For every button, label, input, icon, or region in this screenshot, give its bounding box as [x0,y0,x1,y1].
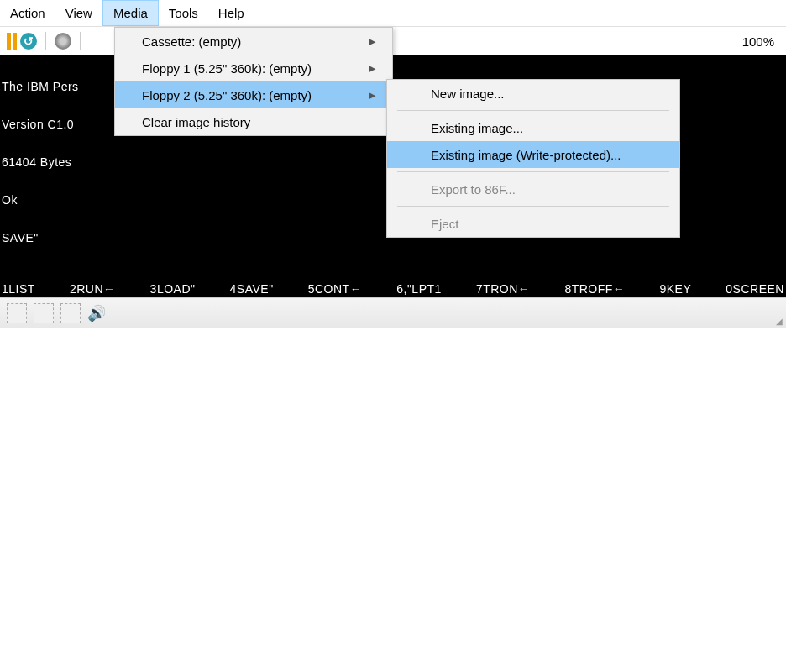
submenu-arrow-icon: ▶ [369,36,375,47]
media-clear-history[interactable]: Clear image history [115,108,392,135]
fnkey: 6,"LPT1 [396,282,442,296]
menu-label: Floppy 1 (5.25" 360k): (empty) [142,61,312,76]
emu-line: Version C1.0 [2,118,79,131]
status-slot-icon[interactable] [7,303,27,323]
menu-media[interactable]: Media [102,0,159,26]
menubar: Action View Media Tools Help [0,0,786,27]
submenu-eject[interactable]: Eject [387,210,679,237]
menu-label: Floppy 2 (5.25" 360k): (empty) [142,88,312,102]
submenu-existing-image[interactable]: Existing image... [387,114,679,141]
fnkey: 1LIST [2,282,35,296]
resize-grip-icon: ◢ [776,317,783,326]
zoom-label: 100% [742,34,774,49]
menu-help[interactable]: Help [208,0,254,26]
status-slot-icon[interactable] [60,303,81,323]
media-floppy1[interactable]: Floppy 1 (5.25" 360k): (empty) ▶ [115,55,392,81]
media-dropdown: Cassette: (empty) ▶ Floppy 1 (5.25" 360k… [114,27,393,136]
media-cassette[interactable]: Cassette: (empty) ▶ [115,28,392,55]
emulator-function-keys: 1LIST 2RUN← 3LOAD" 4SAVE" 5CONT← 6,"LPT1… [2,282,784,296]
fnkey: 7TRON← [476,282,530,296]
menu-label: Export to 86F... [431,182,516,197]
menu-label: New image... [431,87,505,101]
fnkey: 8TROFF← [564,282,625,296]
menu-separator [397,206,669,207]
menu-action[interactable]: Action [0,0,55,26]
submenu-arrow-icon: ▶ [369,63,375,74]
submenu-arrow-icon: ▶ [369,90,375,101]
fnkey: 3LOAD" [150,282,196,296]
fnkey: 5CONT← [308,282,362,296]
reset-icon[interactable]: ↺ [20,33,37,50]
menu-tools[interactable]: Tools [159,0,208,26]
sound-icon[interactable]: 🔊 [87,304,106,323]
submenu-existing-image-wp[interactable]: Existing image (Write-protected)... [387,141,679,168]
emu-line: SAVE"_ [2,232,79,244]
fnkey: 4SAVE" [230,282,274,296]
fnkey: 9KEY [659,282,691,296]
statusbar: 🔊 ◢ [0,297,786,328]
menu-label: Cassette: (empty) [142,34,241,49]
submenu-new-image[interactable]: New image... [387,80,679,107]
menu-separator [397,110,669,111]
menu-label: Existing image... [431,121,523,135]
toolbar-separator [80,32,81,50]
media-floppy2[interactable]: Floppy 2 (5.25" 360k): (empty) ▶ [115,81,392,108]
submenu-export-86f[interactable]: Export to 86F... [387,176,679,202]
settings-disc-icon[interactable] [55,33,71,50]
floppy2-submenu: New image... Existing image... Existing … [386,79,680,238]
fnkey: 2RUN← [70,282,116,296]
status-slot-icon[interactable] [34,303,54,323]
emu-line: The IBM Pers [2,81,79,93]
emu-line: 61404 Bytes [2,156,79,169]
menu-view[interactable]: View [55,0,102,26]
menu-label: Clear image history [142,115,250,129]
toolbar-separator [45,32,46,50]
menu-separator [397,171,669,172]
emu-line: Ok [2,194,79,207]
menu-label: Eject [431,217,458,231]
pause-icon[interactable] [7,33,17,50]
emulator-text: The IBM Pers Version C1.0 61404 Bytes Ok… [2,55,79,270]
menu-label: Existing image (Write-protected)... [431,148,621,162]
fnkey: 0SCREEN [726,282,784,296]
